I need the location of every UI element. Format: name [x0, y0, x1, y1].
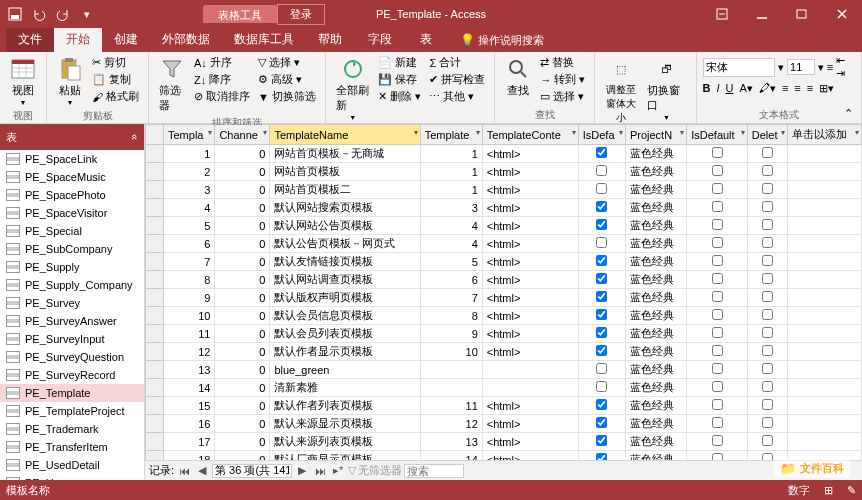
nav-prev-icon[interactable]: ◀: [194, 464, 210, 477]
tab-create[interactable]: 创建: [102, 27, 150, 52]
tell-me[interactable]: 💡 操作说明搜索: [446, 29, 558, 52]
table-row[interactable]: 10网站首页模板－无商城1<html>蓝色经典: [146, 145, 862, 163]
checkbox[interactable]: [712, 273, 723, 284]
tab-dbtools[interactable]: 数据库工具: [222, 27, 306, 52]
switch-button[interactable]: 🗗切换窗口▼: [643, 54, 689, 127]
row-selector[interactable]: [146, 253, 164, 271]
checkbox[interactable]: [596, 147, 607, 158]
checkbox[interactable]: [712, 291, 723, 302]
checkbox[interactable]: [762, 291, 773, 302]
nav-next-icon[interactable]: ▶: [294, 464, 310, 477]
nav-item[interactable]: PE_Trademark: [0, 420, 144, 438]
checkbox[interactable]: [762, 345, 773, 356]
column-header[interactable]: ProjectN▾: [625, 125, 686, 145]
checkbox[interactable]: [712, 201, 723, 212]
bullets-icon[interactable]: ≡: [827, 61, 833, 73]
toggle-filter-button[interactable]: ▼ 切换筛选: [255, 88, 319, 105]
checkbox[interactable]: [712, 219, 723, 230]
column-header[interactable]: 单击以添加▾: [787, 125, 861, 145]
column-header[interactable]: TemplateName▾: [270, 125, 420, 145]
fill-color-icon[interactable]: 🖍▾: [759, 82, 776, 95]
nav-item[interactable]: PE_SpaceLink: [0, 150, 144, 168]
save-icon[interactable]: [4, 3, 26, 25]
checkbox[interactable]: [712, 417, 723, 428]
row-selector[interactable]: [146, 289, 164, 307]
checkbox[interactable]: [596, 183, 607, 194]
checkbox[interactable]: [712, 435, 723, 446]
row-selector[interactable]: [146, 325, 164, 343]
filter-button[interactable]: 筛选器: [155, 54, 189, 115]
row-selector[interactable]: [146, 217, 164, 235]
checkbox[interactable]: [596, 363, 607, 374]
nav-item[interactable]: PE_SpaceMusic: [0, 168, 144, 186]
font-size[interactable]: 11: [787, 59, 815, 75]
table-row[interactable]: 30网站首页模板二1<html>蓝色经典: [146, 181, 862, 199]
indent-icon[interactable]: ⇤ ⇥: [836, 54, 855, 80]
column-header[interactable]: Delet▾: [747, 125, 787, 145]
checkbox[interactable]: [596, 435, 607, 446]
gridlines-icon[interactable]: ⊞▾: [819, 82, 834, 95]
tab-table[interactable]: 表: [406, 27, 446, 52]
view-button[interactable]: 视图▼: [6, 54, 40, 108]
row-selector[interactable]: [146, 307, 164, 325]
checkbox[interactable]: [712, 345, 723, 356]
table-row[interactable]: 140清新素雅蓝色经典: [146, 379, 862, 397]
minimize-icon[interactable]: [742, 0, 782, 28]
checkbox[interactable]: [762, 201, 773, 212]
tab-help[interactable]: 帮助: [306, 27, 354, 52]
desc-button[interactable]: Z↓ 降序: [191, 71, 253, 88]
checkbox[interactable]: [762, 435, 773, 446]
maximize-icon[interactable]: [782, 0, 822, 28]
table-row[interactable]: 160默认来源显示页模板12<html>蓝色经典: [146, 415, 862, 433]
checkbox[interactable]: [762, 255, 773, 266]
checkbox[interactable]: [762, 237, 773, 248]
table-row[interactable]: 60默认公告页模板－网页式4<html>蓝色经典: [146, 235, 862, 253]
copy-button[interactable]: 📋 复制: [89, 71, 142, 88]
tab-home[interactable]: 开始: [54, 27, 102, 52]
italic-icon[interactable]: I: [717, 82, 720, 95]
select-button[interactable]: ▭ 选择 ▾: [537, 88, 588, 105]
nav-item[interactable]: PE_TemplateProject: [0, 402, 144, 420]
nav-item[interactable]: PE_SubCompany: [0, 240, 144, 258]
nav-item[interactable]: PE_SurveyQuestion: [0, 348, 144, 366]
table-row[interactable]: 40默认网站搜索页模板3<html>蓝色经典: [146, 199, 862, 217]
row-selector[interactable]: [146, 271, 164, 289]
tab-file[interactable]: 文件: [6, 27, 54, 52]
row-selector[interactable]: [146, 163, 164, 181]
data-grid[interactable]: Templa▾Channe▾TemplateName▾Template▾Temp…: [145, 124, 862, 460]
column-header[interactable]: IsDefault▾: [687, 125, 748, 145]
checkbox[interactable]: [596, 327, 607, 338]
checkbox[interactable]: [596, 273, 607, 284]
asc-button[interactable]: A↓ 升序: [191, 54, 253, 71]
collapse-ribbon-icon[interactable]: ⌃: [844, 107, 858, 121]
table-row[interactable]: 80默认网站调查页模板6<html>蓝色经典: [146, 271, 862, 289]
qat-dropdown-icon[interactable]: ▾: [76, 3, 98, 25]
nav-item[interactable]: PE_Supply: [0, 258, 144, 276]
table-row[interactable]: 90默认版权声明页模板7<html>蓝色经典: [146, 289, 862, 307]
save-record-button[interactable]: 💾 保存: [375, 71, 424, 88]
row-selector[interactable]: [146, 379, 164, 397]
checkbox[interactable]: [712, 165, 723, 176]
checkbox[interactable]: [596, 255, 607, 266]
checkbox[interactable]: [596, 417, 607, 428]
chevron-icon[interactable]: «: [129, 134, 141, 140]
checkbox[interactable]: [596, 291, 607, 302]
undo-icon[interactable]: [28, 3, 50, 25]
tab-external[interactable]: 外部数据: [150, 27, 222, 52]
checkbox[interactable]: [762, 417, 773, 428]
view-design-icon[interactable]: ✎: [847, 484, 856, 497]
nav-last-icon[interactable]: ⏭: [312, 465, 328, 477]
nav-item[interactable]: PE_SurveyAnswer: [0, 312, 144, 330]
checkbox[interactable]: [762, 327, 773, 338]
column-header[interactable]: TemplateConte▾: [482, 125, 578, 145]
goto-button[interactable]: → 转到 ▾: [537, 71, 588, 88]
checkbox[interactable]: [712, 183, 723, 194]
nav-item[interactable]: PE_SurveyInput: [0, 330, 144, 348]
new-record-button[interactable]: 📄 新建: [375, 54, 424, 71]
checkbox[interactable]: [596, 201, 607, 212]
nav-item[interactable]: PE_SpaceVisitor: [0, 204, 144, 222]
checkbox[interactable]: [596, 345, 607, 356]
nav-item[interactable]: PE_SpacePhoto: [0, 186, 144, 204]
table-row[interactable]: 150默认作者列表页模板11<html>蓝色经典: [146, 397, 862, 415]
table-row[interactable]: 170默认来源列表页模板13<html>蓝色经典: [146, 433, 862, 451]
